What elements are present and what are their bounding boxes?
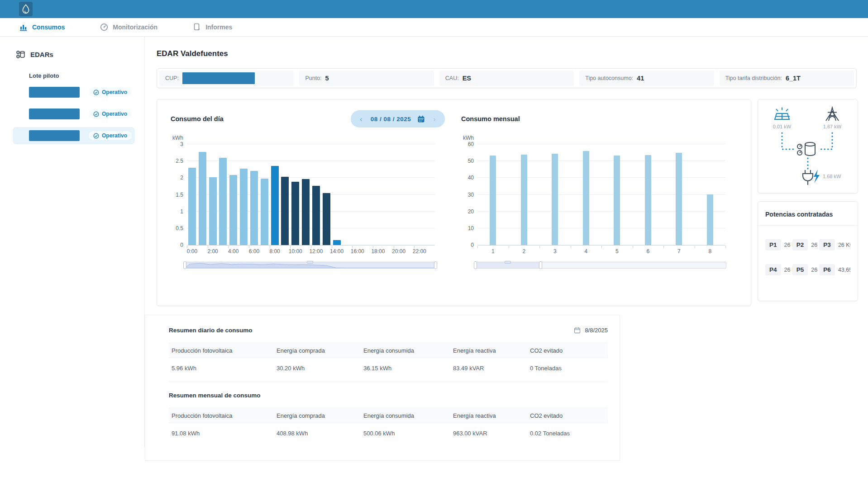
bar-value-2.03[interactable] [281, 177, 289, 245]
daily-summary-header-row: Producción fotovoltaicaEnergía compradaE… [169, 343, 608, 358]
y-axis-tick-label: 20 [459, 208, 474, 215]
bar-chart-icon [20, 24, 28, 31]
info-label: Punto: [305, 75, 321, 81]
bar-value-1.55[interactable] [323, 193, 330, 245]
x-axis-tick-label: 16:00 [351, 248, 364, 255]
tab-label: Informes [205, 24, 232, 31]
zoom-handle[interactable] [474, 261, 477, 269]
meter-icon [797, 142, 815, 156]
status-label: Operativo [102, 111, 127, 117]
sidebar-item-edar-2[interactable]: Operativo [13, 105, 135, 123]
bar-value-30.2[interactable] [707, 194, 713, 245]
zoom-handle[interactable] [183, 261, 186, 269]
zoom-handle[interactable] [539, 261, 542, 269]
plant-info-card: CUP: Punto: 5 CAU: ES Tipo autoconsumo: … [157, 68, 857, 88]
y-axis-tick-label: 0.5 [169, 225, 183, 231]
bar-value-1.76[interactable] [312, 186, 320, 245]
info-field-cup: CUP: [159, 71, 294, 86]
tab-consumos[interactable]: Consumos [20, 24, 65, 31]
power-chip: P4 [765, 264, 781, 275]
summary-value-cell: 36.15 kWh [363, 365, 453, 372]
calendar-icon[interactable] [417, 115, 425, 123]
y-axis-unit-label: kWh [172, 135, 445, 141]
x-axis-tick [509, 246, 509, 248]
zoom-grip[interactable] [505, 261, 511, 264]
info-label: Tipo tarifa distribución: [725, 75, 782, 81]
x-axis-tick-label: 4:00 [228, 248, 238, 255]
x-axis-tick [601, 246, 602, 248]
tab-label: Consumos [32, 24, 65, 31]
daily-summary-date: 8/8/2025 [574, 327, 608, 334]
bar-value-2.2[interactable] [250, 171, 258, 245]
y-axis-tick-label: 30 [459, 192, 474, 198]
summary-column-header: Energía consumida [363, 412, 453, 419]
tab-informes[interactable]: Informes [193, 23, 232, 31]
bar-value-1.89[interactable] [291, 182, 299, 245]
bar-value-1.98[interactable] [261, 179, 268, 245]
summary-value-cell: 408.98 kWh [277, 430, 363, 437]
bar-value-2.28[interactable] [240, 169, 248, 245]
sidebar-item-edar-3-selected[interactable]: Operativo [13, 127, 135, 144]
y-axis-tick-label: 2 [169, 175, 183, 181]
x-axis-tick [663, 246, 664, 248]
bar-value-0.15[interactable] [333, 240, 341, 245]
app-logo[interactable] [19, 2, 33, 16]
grid-power-label: 1.67 kW [823, 124, 842, 129]
summary-value-cell: 91.08 kWh [172, 430, 277, 437]
bar-value-2.02[interactable] [209, 177, 217, 245]
consumption-summary-card: Resumen diario de consumo 8/8/2025 Produ… [145, 315, 620, 461]
x-axis-tick-label: 4 [584, 248, 587, 255]
summary-value-cell: 83.49 kVAR [453, 365, 530, 372]
power-chip: P2 [792, 239, 808, 250]
x-axis-tick [228, 246, 229, 248]
sidebar-section-edars[interactable]: EDARs [0, 50, 144, 59]
summary-date-value: 8/8/2025 [585, 327, 608, 334]
bar-value-2.35[interactable] [271, 166, 279, 245]
tab-monitorizacion[interactable]: Monitorización [100, 23, 157, 31]
monthly-chart-zoom-slider[interactable] [475, 262, 726, 269]
power-value: 26 Kw [811, 267, 819, 273]
x-axis-tick-label: 6 [646, 248, 649, 255]
bar-value-54.4[interactable] [552, 154, 558, 245]
bar-value-55.9[interactable] [583, 151, 589, 245]
bar-value-2.08[interactable] [229, 175, 237, 245]
sidebar-item-edar-1[interactable]: Operativo [13, 84, 135, 101]
edars-nodes-icon [16, 50, 25, 59]
next-day-button[interactable]: › [431, 115, 438, 123]
summary-value-cell: 963.00 kVAR [453, 430, 530, 437]
date-picker-value[interactable]: 08 / 08 / 2025 [371, 116, 411, 123]
daily-summary-section: Resumen diario de consumo 8/8/2025 Produ… [169, 327, 608, 382]
x-axis-tick-label: 8:00 [269, 248, 280, 255]
power-p4: P4 26 Kw [765, 264, 792, 275]
cup-redacted-value [182, 72, 255, 84]
bar-value-53.7[interactable] [521, 155, 527, 245]
contracted-power-title: Potencias contratadas [765, 211, 850, 218]
solar-panel-icon [775, 107, 790, 119]
gridline [477, 211, 725, 212]
daily-chart-zoom-slider[interactable] [184, 262, 436, 269]
bar-value-2.77[interactable] [199, 152, 206, 245]
summary-column-header: Energía comprada [277, 347, 363, 354]
power-chip: P3 [819, 239, 835, 250]
bar-value-53.2[interactable] [490, 156, 496, 245]
status-badge: Operativo [89, 131, 132, 140]
zoom-grip[interactable] [307, 261, 313, 264]
zoom-handle[interactable] [434, 261, 437, 269]
y-axis-tick-label: 2.5 [169, 158, 183, 164]
bar-value-1.97[interactable] [302, 179, 310, 245]
summary-column-header: Energía consumida [363, 347, 453, 354]
status-label: Operativo [102, 89, 127, 95]
bar-value-53.6[interactable] [645, 155, 651, 245]
prev-day-button[interactable]: ‹ [358, 115, 364, 123]
app-header [0, 0, 868, 18]
bar-value-2.3[interactable] [188, 168, 196, 245]
y-axis-tick-label: 1.5 [169, 192, 183, 198]
power-p5: P5 26 Kw [792, 264, 820, 275]
bar-value-2.6[interactable] [219, 158, 227, 245]
redacted-edar-name [29, 130, 80, 141]
x-axis-tick-label: 22:00 [413, 248, 426, 255]
power-p1: P1 26 Kw [765, 239, 792, 250]
gridline [477, 228, 725, 228]
bar-value-53.4[interactable] [614, 156, 620, 245]
bar-value-54.9[interactable] [676, 153, 682, 245]
